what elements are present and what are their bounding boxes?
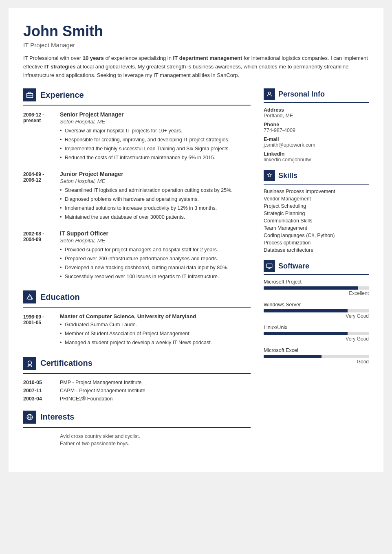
phone-value: 774-987-4009 [264, 128, 369, 133]
interest-item-2: Father of two passionate boys. [60, 441, 251, 446]
resume-header: John Smith IT Project Manager IT Profess… [23, 23, 369, 79]
skill-2: Vendor Management [264, 196, 369, 202]
experience-title: Experience [40, 90, 84, 100]
software-label-1: Excellent [264, 290, 369, 296]
exp-bullet: Oversaw all major hospital IT projects f… [60, 127, 251, 135]
skill-7: Coding languages (C#, Python) [264, 233, 369, 238]
address-label: Address [264, 107, 369, 113]
edu-date-1: 1996-09 -2001-05 [23, 313, 60, 347]
certifications-icon [23, 357, 36, 370]
resume-container: John Smith IT Project Manager IT Profess… [9, 8, 383, 472]
exp-bullets-2: Streamlined IT logistics and administrat… [60, 187, 251, 221]
phone-label: Phone [264, 122, 369, 128]
software-bar-3 [264, 332, 369, 335]
exp-company-2: Seton Hospital, ME [60, 178, 251, 184]
interests-divider [23, 427, 251, 428]
cert-item-3: 2003-04 PRINCE2® Foundation [23, 396, 251, 402]
interests-title: Interests [40, 412, 74, 422]
interests-header: Interests [23, 411, 251, 424]
exp-content-3: IT Support Officer Seton Hospital, ME Pr… [60, 230, 251, 281]
software-label-3: Very Good [264, 336, 369, 342]
education-item-1: 1996-09 -2001-05 Master of Computer Scie… [23, 313, 251, 347]
edu-bullet: Managed a student project to develop a w… [60, 339, 251, 347]
software-label-4: Good [264, 359, 369, 365]
skills-header: Skills [264, 170, 369, 181]
edu-bullet: Graduated Summa Cum Laude. [60, 321, 251, 329]
svg-point-6 [268, 92, 270, 94]
skill-3: Project Scheduling [264, 203, 369, 209]
software-name-3: Linux/Unix [264, 325, 369, 330]
software-item-2: Windows Server Very Good [264, 302, 369, 319]
certifications-section: Certifications 2010-05 PMP - Project Man… [23, 357, 251, 402]
software-header: Software [264, 260, 369, 272]
interest-item-1: Avid cross country skier and cyclist. [60, 433, 251, 439]
email-value: j.smith@uptowork.com [264, 142, 369, 148]
edu-bullets-1: Graduated Summa Cum Laude. Member of Stu… [60, 321, 251, 346]
exp-bullet: Successfully resolved over 100 issues in… [60, 273, 251, 281]
exp-bullets-3: Provided support for project managers an… [60, 246, 251, 280]
software-bar-fill-4 [264, 355, 322, 358]
skill-6: Team Management [264, 225, 369, 231]
software-title: Software [278, 262, 309, 270]
certifications-divider [23, 373, 251, 374]
software-item-1: Microsoft Project Excellent [264, 279, 369, 296]
svg-point-3 [28, 361, 32, 365]
skills-icon [264, 170, 275, 181]
software-bar-fill-1 [264, 286, 358, 290]
education-header: Education [23, 290, 251, 303]
software-bar-4 [264, 355, 369, 358]
exp-content-1: Senior Project Manager Seton Hospital, M… [60, 111, 251, 163]
edu-degree-1: Master of Computer Science, University o… [60, 313, 251, 319]
software-item-4: Microsoft Excel Good [264, 347, 369, 365]
cert-date-1: 2010-05 [23, 380, 60, 385]
personal-info-header: Personal Info [264, 88, 369, 100]
personal-info-icon [264, 88, 275, 100]
exp-company-1: Seton Hospital, ME [60, 119, 251, 125]
experience-section: Experience 2006-12 -present Senior Proje… [23, 88, 251, 281]
cert-name-1: PMP - Project Management Institute [60, 380, 142, 385]
software-name-2: Windows Server [264, 302, 369, 308]
personal-info-section: Personal Info Address Portland, ME Phone… [264, 88, 369, 163]
skill-9: Database architecture [264, 247, 369, 253]
linkedin-value: linkedin.com/johnutw [264, 157, 369, 163]
address-value: Portland, ME [264, 113, 369, 119]
cert-name-2: CAPM - Project Management Institute [60, 388, 145, 394]
exp-bullet: Diagnosed problems with hardware and ope… [60, 196, 251, 203]
experience-item-3: 2002-08 -2004-09 IT Support Officer Seto… [23, 230, 251, 281]
exp-bullet: Maintained the user database of over 300… [60, 213, 251, 221]
experience-header: Experience [23, 88, 251, 101]
software-bar-1 [264, 286, 369, 290]
exp-bullet: Responsible for creating, improving, and… [60, 136, 251, 144]
main-columns: Experience 2006-12 -present Senior Proje… [23, 88, 369, 455]
skill-8: Process optimization [264, 240, 369, 246]
candidate-summary: IT Professional with over 10 years of ex… [23, 54, 369, 79]
exp-bullet: Streamlined IT logistics and administrat… [60, 187, 251, 194]
svg-rect-2 [28, 297, 32, 299]
svg-rect-7 [266, 264, 272, 268]
software-item-3: Linux/Unix Very Good [264, 325, 369, 342]
exp-content-2: Junior Project Manager Seton Hospital, M… [60, 171, 251, 222]
exp-date-3: 2002-08 -2004-09 [23, 230, 60, 281]
education-divider [23, 307, 251, 308]
exp-company-3: Seton Hospital, ME [60, 237, 251, 244]
cert-item-2: 2007-11 CAPM - Project Management Instit… [23, 388, 251, 394]
exp-bullet: Provided support for project managers an… [60, 246, 251, 254]
email-label: E-mail [264, 136, 369, 142]
exp-bullet: Implemented solutions to increase produc… [60, 204, 251, 212]
personal-info-title: Personal Info [278, 90, 325, 99]
exp-bullet: Reduced the costs of IT infrastructure m… [60, 154, 251, 162]
personal-address: Address Portland, ME [264, 107, 369, 119]
interests-icon [23, 411, 36, 424]
personal-email: E-mail j.smith@uptowork.com [264, 136, 369, 148]
left-column: Experience 2006-12 -present Senior Proje… [23, 88, 251, 455]
exp-job-title-3: IT Support Officer [60, 230, 251, 237]
software-name-1: Microsoft Project [264, 279, 369, 285]
certifications-header: Certifications [23, 357, 251, 370]
candidate-title: IT Project Manager [23, 42, 369, 48]
exp-date-2: 2004-09 -2006-12 [23, 171, 60, 222]
experience-icon [23, 88, 36, 101]
skills-title: Skills [278, 171, 297, 180]
edu-content-1: Master of Computer Science, University o… [60, 313, 251, 347]
software-bar-fill-2 [264, 309, 348, 312]
education-section: Education 1996-09 -2001-05 Master of Com… [23, 290, 251, 347]
